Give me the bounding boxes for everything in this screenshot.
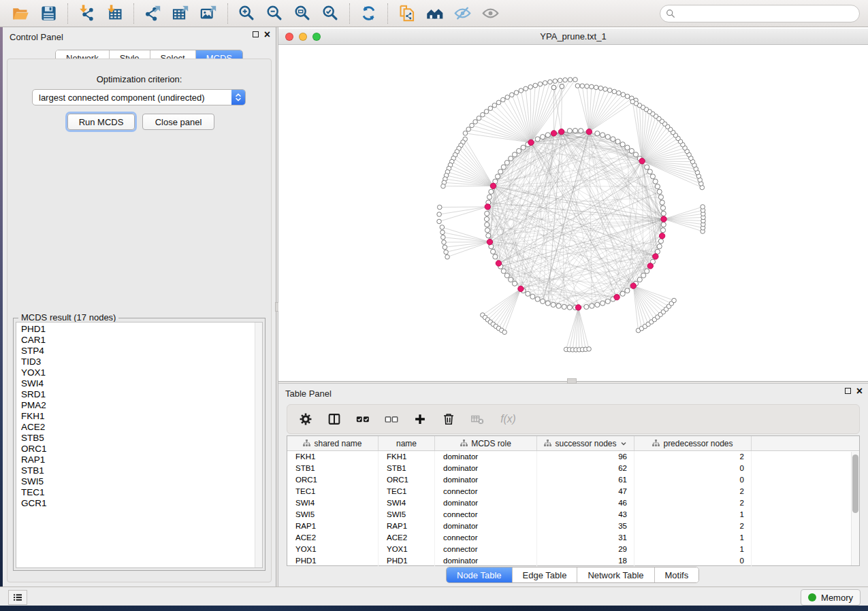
network-node[interactable]: [444, 250, 449, 254]
network-node[interactable]: [650, 174, 655, 179]
select-all-button[interactable]: [355, 412, 370, 427]
import-table-button[interactable]: [104, 3, 125, 24]
network-node[interactable]: [645, 165, 649, 169]
network-node[interactable]: [603, 87, 608, 92]
mcds-hub-node[interactable]: [630, 283, 636, 288]
network-node[interactable]: [637, 277, 642, 282]
close-panel-icon[interactable]: ×: [264, 31, 270, 37]
network-node[interactable]: [485, 228, 489, 233]
network-node[interactable]: [607, 88, 612, 93]
network-node[interactable]: [579, 129, 583, 133]
network-node[interactable]: [466, 127, 471, 132]
network-node[interactable]: [541, 135, 545, 139]
network-node[interactable]: [535, 297, 540, 301]
network-node[interactable]: [587, 347, 592, 352]
network-node[interactable]: [567, 129, 572, 133]
network-node[interactable]: [543, 81, 547, 86]
network-node[interactable]: [585, 84, 590, 88]
network-node[interactable]: [575, 84, 580, 88]
run-mcds-button[interactable]: Run MCDS: [67, 114, 135, 130]
float-panel-icon[interactable]: [253, 31, 259, 37]
network-node[interactable]: [620, 142, 625, 147]
network-node[interactable]: [584, 304, 589, 309]
network-node[interactable]: [489, 189, 494, 194]
mcds-result-item[interactable]: ORC1: [16, 444, 262, 455]
close-panel-button[interactable]: Close panel: [142, 114, 214, 130]
column-header-mcds-role[interactable]: MCDS role: [435, 436, 537, 450]
mcds-result-item[interactable]: FKH1: [16, 411, 262, 422]
network-node[interactable]: [562, 304, 566, 309]
column-header-predecessor-nodes[interactable]: predecessor nodes: [634, 436, 752, 450]
network-node[interactable]: [519, 88, 524, 93]
mcds-result-item[interactable]: STB5: [16, 433, 262, 444]
mcds-hub-node[interactable]: [653, 254, 658, 259]
mcds-result-item[interactable]: RAP1: [16, 455, 262, 465]
export-image-button[interactable]: [198, 3, 219, 24]
network-node[interactable]: [502, 330, 507, 335]
mcds-result-item[interactable]: GCR1: [16, 498, 262, 509]
search-input[interactable]: [675, 8, 854, 20]
network-node[interactable]: [496, 100, 501, 105]
network-node[interactable]: [484, 110, 489, 114]
network-node[interactable]: [625, 288, 630, 293]
zoom-out-button[interactable]: [264, 3, 285, 24]
network-node[interactable]: [443, 245, 447, 250]
table-row[interactable]: SWI4SWI4dominator462: [287, 497, 859, 509]
mcds-result-item[interactable]: STB1: [16, 465, 262, 476]
mcds-list-scrollbar[interactable]: [255, 323, 262, 567]
table-scrollbar-thumb[interactable]: [852, 455, 858, 513]
network-node[interactable]: [437, 205, 442, 210]
network-node[interactable]: [641, 273, 646, 278]
criterion-dropdown[interactable]: largest connected component (undirected): [32, 89, 246, 105]
network-node[interactable]: [660, 228, 665, 233]
network-node[interactable]: [551, 302, 556, 307]
table-row[interactable]: ACE2ACE2connector311: [287, 532, 859, 544]
network-node[interactable]: [530, 294, 535, 299]
mcds-result-item[interactable]: SWI4: [16, 378, 262, 389]
network-node[interactable]: [526, 291, 530, 296]
network-node[interactable]: [645, 269, 649, 274]
network-node[interactable]: [517, 148, 521, 153]
network-node[interactable]: [528, 85, 533, 90]
network-node[interactable]: [653, 179, 658, 184]
mcds-hub-node[interactable]: [661, 216, 666, 222]
tab-network-table[interactable]: Network Table: [577, 567, 654, 582]
mcds-result-item[interactable]: PHD1: [16, 324, 262, 335]
network-node[interactable]: [535, 137, 540, 142]
table-row[interactable]: PHD1PHD1dominator180: [287, 555, 859, 567]
mcds-hub-node[interactable]: [586, 129, 592, 134]
tab-motifs[interactable]: Motifs: [654, 567, 699, 582]
network-node[interactable]: [563, 78, 568, 82]
mcds-hub-node[interactable]: [496, 261, 501, 266]
network-node[interactable]: [647, 169, 652, 174]
network-node[interactable]: [598, 86, 603, 90]
network-node[interactable]: [491, 249, 496, 254]
mcds-result-list[interactable]: PHD1CAR1STP4TID3YOX1SWI4SRD1PMA2FKH1ACE2…: [16, 322, 263, 568]
network-node[interactable]: [441, 235, 446, 240]
network-node[interactable]: [477, 116, 481, 120]
network-node[interactable]: [521, 145, 526, 150]
open-file-button[interactable]: [10, 3, 31, 24]
delete-column-button[interactable]: [441, 412, 456, 427]
network-node[interactable]: [485, 222, 489, 227]
mcds-hub-node[interactable]: [487, 239, 492, 244]
zoom-in-button[interactable]: [236, 3, 257, 24]
network-node[interactable]: [625, 94, 630, 99]
memory-button[interactable]: Memory: [801, 589, 861, 606]
network-node[interactable]: [568, 78, 573, 82]
network-node[interactable]: [548, 80, 553, 84]
horizontal-splitter-handle[interactable]: [567, 378, 577, 384]
hide-selected-button[interactable]: [452, 3, 473, 24]
mcds-result-item[interactable]: STP4: [16, 346, 262, 357]
network-node[interactable]: [441, 184, 446, 188]
network-node[interactable]: [504, 161, 509, 165]
network-node[interactable]: [545, 301, 550, 306]
refresh-layout-button[interactable]: [358, 3, 379, 24]
zoom-selected-button[interactable]: [320, 3, 341, 24]
network-node[interactable]: [617, 90, 622, 95]
network-node[interactable]: [481, 112, 485, 117]
network-node[interactable]: [660, 200, 664, 205]
network-node[interactable]: [661, 211, 666, 216]
mcds-result-item[interactable]: YOX1: [16, 367, 262, 378]
network-node[interactable]: [605, 135, 610, 139]
